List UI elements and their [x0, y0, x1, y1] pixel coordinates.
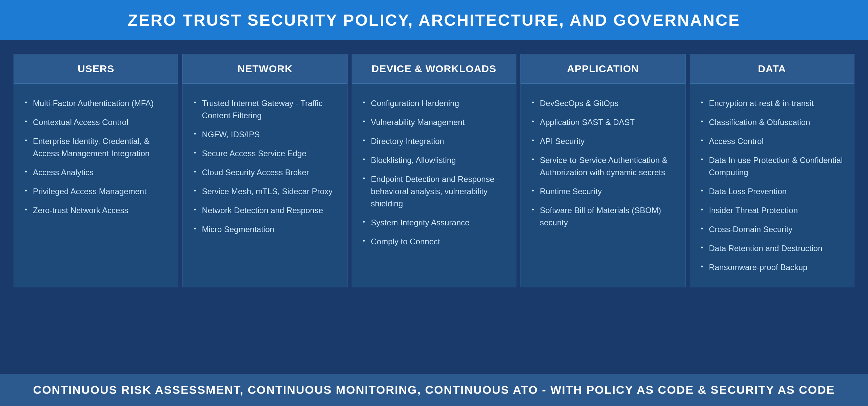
- column-body-data: Encryption at-rest & in-transitClassific…: [690, 84, 854, 287]
- list-item: Access Control: [699, 132, 845, 151]
- list-item: Multi-Factor Authentication (MFA): [23, 94, 169, 113]
- column-data: DATAEncryption at-rest & in-transitClass…: [690, 54, 854, 287]
- list-item: Blocklisting, Allowlisting: [361, 151, 507, 170]
- page-footer: CONTINUOUS RISK ASSESSMENT, CONTINUOUS M…: [0, 374, 868, 406]
- list-item: Insider Threat Protection: [699, 201, 845, 220]
- column-users: USERSMulti-Factor Authentication (MFA)Co…: [14, 54, 178, 287]
- columns-wrapper: USERSMulti-Factor Authentication (MFA)Co…: [14, 54, 854, 287]
- list-item: Data Retention and Destruction: [699, 239, 845, 258]
- column-list-network: Trusted Internet Gateway - Traffic Conte…: [192, 94, 337, 239]
- list-item: Runtime Security: [530, 182, 675, 201]
- list-item: DevSecOps & GitOps: [530, 94, 675, 113]
- list-item: Contextual Access Control: [23, 113, 169, 132]
- column-list-users: Multi-Factor Authentication (MFA)Context…: [23, 94, 169, 220]
- column-network: NETWORKTrusted Internet Gateway - Traffi…: [182, 54, 347, 287]
- list-item: System Integrity Assurance: [361, 213, 507, 232]
- list-item: Directory Integration: [361, 132, 507, 151]
- list-item: Vulnerability Management: [361, 113, 507, 132]
- column-application: APPLICATIONDevSecOps & GitOpsApplication…: [520, 54, 685, 287]
- column-header-device-workloads: DEVICE & WORKLOADS: [352, 54, 516, 84]
- list-item: Service Mesh, mTLS, Sidecar Proxy: [192, 182, 337, 201]
- column-list-device-workloads: Configuration HardeningVulnerability Man…: [361, 94, 507, 251]
- list-item: Cloud Security Access Broker: [192, 163, 337, 182]
- page-title: ZERO TRUST SECURITY POLICY, ARCHITECTURE…: [20, 11, 848, 29]
- column-body-users: Multi-Factor Authentication (MFA)Context…: [14, 84, 178, 287]
- column-header-data: DATA: [690, 54, 854, 84]
- list-item: Enterprise Identity, Credential, & Acces…: [23, 132, 169, 163]
- footer-title: CONTINUOUS RISK ASSESSMENT, CONTINUOUS M…: [20, 383, 848, 397]
- list-item: Software Bill of Materials (SBOM) securi…: [530, 201, 675, 232]
- column-body-application: DevSecOps & GitOpsApplication SAST & DAS…: [520, 84, 685, 287]
- list-item: Classification & Obfuscation: [699, 113, 845, 132]
- list-item: Secure Access Service Edge: [192, 144, 337, 163]
- list-item: Network Detection and Response: [192, 201, 337, 220]
- column-body-device-workloads: Configuration HardeningVulnerability Man…: [352, 84, 516, 287]
- page-header: ZERO TRUST SECURITY POLICY, ARCHITECTURE…: [0, 0, 868, 40]
- column-header-network: NETWORK: [182, 54, 347, 84]
- list-item: Configuration Hardening: [361, 94, 507, 113]
- list-item: Micro Segmentation: [192, 220, 337, 239]
- column-header-users: USERS: [14, 54, 178, 84]
- main-content: USERSMulti-Factor Authentication (MFA)Co…: [0, 40, 868, 374]
- list-item: Cross-Domain Security: [699, 220, 845, 239]
- column-list-application: DevSecOps & GitOpsApplication SAST & DAS…: [530, 94, 675, 232]
- column-device-workloads: DEVICE & WORKLOADSConfiguration Hardenin…: [352, 54, 516, 287]
- list-item: Data In-use Protection & Confidential Co…: [699, 151, 845, 182]
- list-item: Data Loss Prevention: [699, 182, 845, 201]
- list-item: Comply to Connect: [361, 232, 507, 251]
- list-item: Encryption at-rest & in-transit: [699, 94, 845, 113]
- list-item: Endpoint Detection and Response - behavi…: [361, 170, 507, 213]
- list-item: NGFW, IDS/IPS: [192, 125, 337, 144]
- list-item: Trusted Internet Gateway - Traffic Conte…: [192, 94, 337, 125]
- column-body-network: Trusted Internet Gateway - Traffic Conte…: [182, 84, 347, 287]
- list-item: Zero-trust Network Access: [23, 201, 169, 220]
- column-list-data: Encryption at-rest & in-transitClassific…: [699, 94, 845, 277]
- list-item: Access Analytics: [23, 163, 169, 182]
- list-item: Service-to-Service Authentication & Auth…: [530, 151, 675, 182]
- list-item: Ransomware-proof Backup: [699, 258, 845, 277]
- column-header-application: APPLICATION: [520, 54, 685, 84]
- list-item: Privileged Access Management: [23, 182, 169, 201]
- list-item: Application SAST & DAST: [530, 113, 675, 132]
- list-item: API Security: [530, 132, 675, 151]
